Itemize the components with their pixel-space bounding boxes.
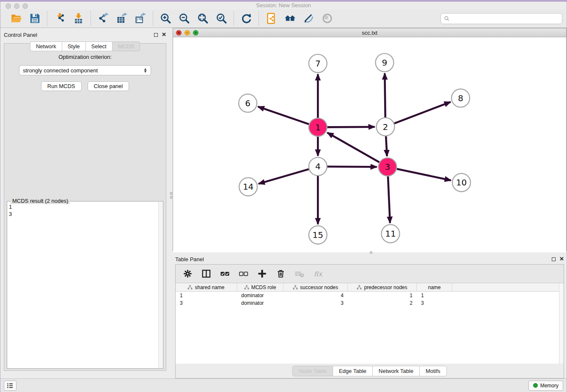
edge-2-3[interactable] [386,136,387,156]
network-minimize-button[interactable]: − [184,30,190,36]
search-input[interactable] [452,15,559,22]
table-cell[interactable]: 1 [348,293,417,299]
zoom-in-button[interactable] [157,11,173,26]
node-6[interactable]: 6 [239,94,257,112]
network-window-titlebar[interactable]: ✕ − + scc.txt [173,28,566,37]
network-canvas[interactable]: 7968124314101511 [173,37,566,252]
tree-icon [187,285,193,290]
add-column-button[interactable] [256,268,268,280]
node-2[interactable]: 2 [376,118,394,136]
node-label: 10 [456,177,467,188]
save-session-button[interactable] [27,11,43,26]
delete-column-button[interactable] [275,268,286,280]
mcds-result-list[interactable]: 13 [9,202,158,367]
edge-3-10[interactable] [396,169,451,180]
tab-network-table[interactable]: Network Table [372,366,419,376]
style-preview-button[interactable] [300,11,317,26]
column-header-successor-nodes[interactable]: successor nodes [284,283,348,292]
network-maximize-button[interactable]: + [193,30,198,36]
zoom-fit-button[interactable] [195,11,211,26]
column-header-MCDS-role[interactable]: MCDS role [237,283,284,292]
table-close-panel-icon[interactable]: ✕ [559,257,564,261]
close-window-button[interactable] [6,3,11,9]
run-mcds-button[interactable]: Run MCDS [41,81,82,91]
table-cell[interactable]: dominator [237,300,284,307]
refresh-network-button[interactable] [238,11,254,26]
table-cell[interactable]: 1 [417,293,452,299]
birdseye-view-button[interactable] [319,11,335,26]
zoom-selected-button[interactable] [213,11,229,26]
tab-mcds[interactable]: MCDS [112,41,140,51]
export-image-icon [135,13,146,24]
column-header-shared-name[interactable]: shared name [176,283,237,292]
export-network-button[interactable] [95,11,111,26]
memory-button[interactable]: Memory [528,381,563,391]
node-10[interactable]: 10 [452,174,471,192]
task-history-button[interactable] [4,381,17,391]
table-cell[interactable]: 2 [348,300,417,307]
tab-style[interactable]: Style [62,41,85,51]
node-14[interactable]: 14 [239,178,257,196]
edge-1-2[interactable] [327,127,375,127]
table-row[interactable]: 3dominator323 [176,300,564,307]
close-panel-button[interactable]: Close panel [88,81,129,91]
edge-3-1[interactable] [327,133,380,163]
edge-1-6[interactable] [258,107,309,124]
float-panel-icon[interactable] [154,33,158,37]
node-3[interactable]: 3 [378,158,396,176]
edge-2-9[interactable] [385,73,385,118]
edge-3-11[interactable] [388,176,390,223]
network-close-button[interactable]: ✕ [176,30,182,36]
horizontal-splitter[interactable] [173,251,567,254]
edge-2-8[interactable] [394,102,451,124]
node-15[interactable]: 15 [309,226,327,244]
zoom-out-icon [179,13,190,24]
search-field[interactable] [440,13,562,24]
tab-motifs[interactable]: Motifs [419,366,447,376]
column-header-name[interactable]: name [417,283,452,292]
network-from-selection-button[interactable] [263,11,279,26]
node-8[interactable]: 8 [451,89,470,107]
tab-select[interactable]: Select [85,41,112,51]
import-table-button[interactable] [70,11,86,26]
minimize-window-button[interactable] [14,3,19,9]
table-cell[interactable]: 1 [176,293,237,299]
apply-layout-button[interactable] [282,11,298,26]
zoom-window-button[interactable] [22,3,28,9]
table-scrollbar[interactable] [559,283,564,364]
table-cell[interactable]: 3 [417,300,452,307]
gear-button[interactable] [182,268,193,280]
edge-4-3[interactable] [327,166,377,167]
vertical-splitter[interactable] [170,28,173,378]
edge-4-14[interactable] [259,169,309,184]
birdseye-view-icon [322,13,333,24]
column-header-predecessor-nodes[interactable]: predecessor nodes [348,283,417,292]
criterion-value: strongly connected component [23,67,98,74]
node-4[interactable]: 4 [309,157,327,176]
table-cell[interactable]: 4 [284,293,348,299]
node-11[interactable]: 11 [381,225,399,243]
export-image-button[interactable] [132,11,149,26]
select-all-button[interactable] [219,268,231,280]
refresh-network-icon [241,13,252,24]
node-1[interactable]: 1 [309,118,327,136]
export-table-button[interactable] [114,11,130,26]
table-cell[interactable]: dominator [237,293,284,299]
table-row[interactable]: 1dominator411 [176,293,564,299]
criterion-dropdown[interactable]: strongly connected component ▲▼ [19,65,151,75]
open-file-button[interactable] [8,11,24,26]
table-cell[interactable]: 3 [284,300,348,307]
node-7[interactable]: 7 [309,54,327,72]
node-9[interactable]: 9 [375,53,394,72]
table-cell[interactable]: 3 [176,300,237,307]
tab-node-table[interactable]: Node Table [292,366,333,376]
import-network-button[interactable] [52,11,68,26]
close-panel-icon[interactable]: ✕ [162,33,166,37]
table-float-panel-icon[interactable] [552,257,556,261]
panes-button[interactable] [200,268,212,280]
tab-edge-table[interactable]: Edge Table [333,366,372,376]
result-scrollbar[interactable] [158,202,162,368]
zoom-out-button[interactable] [176,11,192,26]
tab-network[interactable]: Network [30,41,62,51]
unselect-all-button[interactable] [237,268,249,280]
